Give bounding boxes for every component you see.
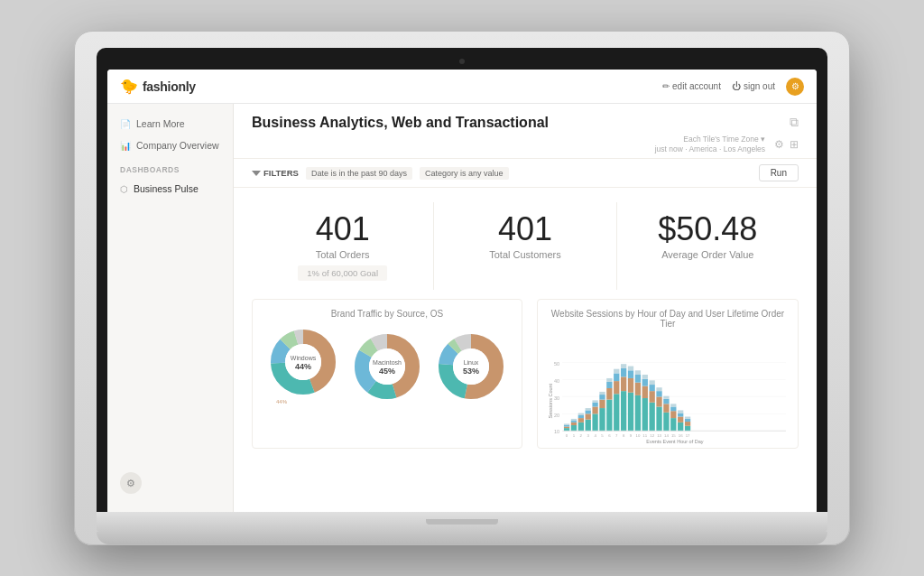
svg-rect-110 bbox=[685, 416, 690, 418]
svg-rect-43 bbox=[571, 425, 577, 431]
svg-text:10: 10 bbox=[635, 432, 640, 437]
laptop-bottom bbox=[97, 532, 827, 544]
svg-rect-44 bbox=[571, 423, 577, 425]
svg-text:4: 4 bbox=[594, 432, 596, 437]
sessions-chart-svg: 50 40 30 20 10 Sessions Count bbox=[547, 336, 789, 466]
svg-rect-89 bbox=[650, 385, 655, 391]
svg-text:12: 12 bbox=[650, 432, 654, 437]
svg-text:Windows: Windows bbox=[291, 355, 317, 361]
sessions-chart: Website Sessions by Hour of Day and User… bbox=[537, 299, 799, 449]
svg-text:Sessions Count: Sessions Count bbox=[548, 383, 553, 418]
timezone-bar: Each Tile's Time Zone ▾ just now · Ameri… bbox=[234, 131, 817, 158]
windows-pct-labels: 44% bbox=[267, 395, 339, 407]
doc-icon: 📄 bbox=[120, 119, 131, 129]
header-actions: ⧉ bbox=[790, 115, 799, 130]
svg-text:20: 20 bbox=[554, 412, 559, 417]
sign-out-link[interactable]: ⏻ sign out bbox=[732, 81, 775, 91]
main-body: 📄 Learn More 📊 Company Overview DASHBOAR… bbox=[107, 104, 817, 512]
run-button[interactable]: Run bbox=[759, 164, 799, 181]
svg-rect-86 bbox=[642, 375, 648, 379]
svg-rect-68 bbox=[614, 381, 619, 394]
donut-windows-svg: Windows 44% bbox=[267, 326, 339, 398]
svg-rect-46 bbox=[571, 419, 577, 421]
screen: 🐤 fashionly ✏ edit account ⏻ sign out bbox=[107, 70, 817, 512]
svg-rect-101 bbox=[670, 406, 676, 411]
settings-icon: ⚙ bbox=[791, 81, 799, 91]
brand-traffic-chart: Brand Traffic by Source, OS bbox=[252, 299, 522, 449]
dashboards-section-label: DASHBOARDS bbox=[107, 156, 233, 178]
kpi-total-orders: 401 Total Orders 1% of 60,000 Goal bbox=[252, 202, 433, 290]
svg-rect-49 bbox=[578, 415, 584, 418]
svg-text:30: 30 bbox=[554, 395, 559, 400]
svg-rect-58 bbox=[592, 400, 597, 402]
svg-rect-66 bbox=[606, 378, 612, 382]
edit-account-link[interactable]: ✏ edit account bbox=[662, 81, 721, 91]
svg-rect-98 bbox=[663, 395, 669, 398]
svg-rect-54 bbox=[586, 408, 591, 410]
svg-rect-90 bbox=[650, 380, 655, 385]
donut-linux-svg: Linux 53% bbox=[435, 330, 507, 403]
svg-rect-63 bbox=[606, 399, 612, 431]
sidebar-item-company-overview[interactable]: 📊 Company Overview bbox=[107, 135, 233, 156]
kpi-row: 401 Total Orders 1% of 60,000 Goal 401 T… bbox=[234, 188, 817, 299]
settings-tz-icon[interactable]: ⚙ bbox=[774, 138, 784, 151]
svg-text:13: 13 bbox=[657, 432, 661, 437]
sidebar: 📄 Learn More 📊 Company Overview DASHBOAR… bbox=[107, 104, 234, 512]
svg-text:2: 2 bbox=[580, 432, 583, 437]
svg-rect-50 bbox=[578, 413, 584, 414]
svg-rect-104 bbox=[678, 416, 683, 422]
screen-bezel: 🐤 fashionly ✏ edit account ⏻ sign out bbox=[97, 48, 827, 512]
svg-rect-73 bbox=[621, 368, 626, 376]
svg-rect-93 bbox=[656, 391, 661, 396]
content-area: Business Analytics, Web and Transactiona… bbox=[234, 104, 817, 512]
svg-text:14: 14 bbox=[664, 432, 669, 437]
svg-rect-72 bbox=[621, 376, 626, 391]
svg-rect-69 bbox=[614, 373, 619, 381]
svg-rect-67 bbox=[614, 394, 619, 431]
pulse-icon: ⬡ bbox=[120, 184, 128, 194]
donuts-container: Windows 44% 44% bbox=[262, 326, 513, 407]
topbar: 🐤 fashionly ✏ edit account ⏻ sign out bbox=[107, 70, 817, 104]
page-title: Business Analytics, Web and Transactiona… bbox=[252, 115, 549, 131]
filter-chip-category[interactable]: Category is any value bbox=[420, 167, 509, 180]
svg-rect-97 bbox=[663, 398, 669, 404]
svg-rect-47 bbox=[578, 423, 584, 431]
logo-text: fashionly bbox=[143, 79, 196, 94]
svg-text:40: 40 bbox=[554, 377, 559, 383]
kpi-total-customers-number: 401 bbox=[448, 211, 601, 247]
logo-bird-icon: 🐤 bbox=[120, 78, 138, 95]
svg-text:Macintosh: Macintosh bbox=[373, 359, 402, 366]
svg-rect-84 bbox=[642, 386, 648, 397]
filter-chip-date[interactable]: Date is in the past 90 days bbox=[306, 167, 412, 180]
svg-rect-40 bbox=[564, 426, 569, 428]
sidebar-item-business-pulse[interactable]: ⬡ Business Pulse bbox=[107, 178, 233, 200]
svg-rect-57 bbox=[592, 402, 597, 406]
svg-rect-70 bbox=[614, 368, 619, 373]
charts-row: Brand Traffic by Source, OS bbox=[234, 299, 817, 458]
svg-rect-83 bbox=[642, 398, 648, 431]
sidebar-item-learn-more[interactable]: 📄 Learn More bbox=[107, 113, 233, 135]
svg-text:44%: 44% bbox=[295, 362, 311, 371]
tz-line2: just now · America · Los Angeles bbox=[655, 144, 765, 154]
svg-rect-65 bbox=[606, 382, 612, 388]
grid-icon[interactable]: ⊞ bbox=[790, 138, 799, 151]
svg-rect-87 bbox=[650, 402, 655, 431]
svg-text:Linux: Linux bbox=[463, 359, 478, 366]
svg-text:7: 7 bbox=[615, 432, 618, 437]
svg-rect-59 bbox=[599, 408, 605, 431]
svg-rect-105 bbox=[678, 413, 683, 416]
svg-rect-106 bbox=[678, 410, 683, 413]
svg-rect-42 bbox=[564, 423, 569, 425]
svg-rect-80 bbox=[635, 382, 641, 395]
svg-text:45%: 45% bbox=[379, 367, 395, 376]
laptop-base bbox=[97, 512, 827, 532]
kpi-total-orders-sub: 1% of 60,000 Goal bbox=[298, 265, 387, 281]
kpi-total-customers-label: Total Customers bbox=[448, 249, 601, 260]
kpi-avg-order-value-label: Average Order Value bbox=[632, 249, 784, 260]
tz-line1: Each Tile's Time Zone ▾ bbox=[655, 135, 765, 144]
sidebar-gear-button[interactable]: ⚙ bbox=[120, 472, 142, 494]
svg-rect-91 bbox=[656, 406, 661, 431]
copy-icon[interactable]: ⧉ bbox=[790, 115, 799, 130]
user-avatar[interactable]: ⚙ bbox=[786, 78, 804, 96]
brand-traffic-title: Brand Traffic by Source, OS bbox=[262, 309, 513, 319]
